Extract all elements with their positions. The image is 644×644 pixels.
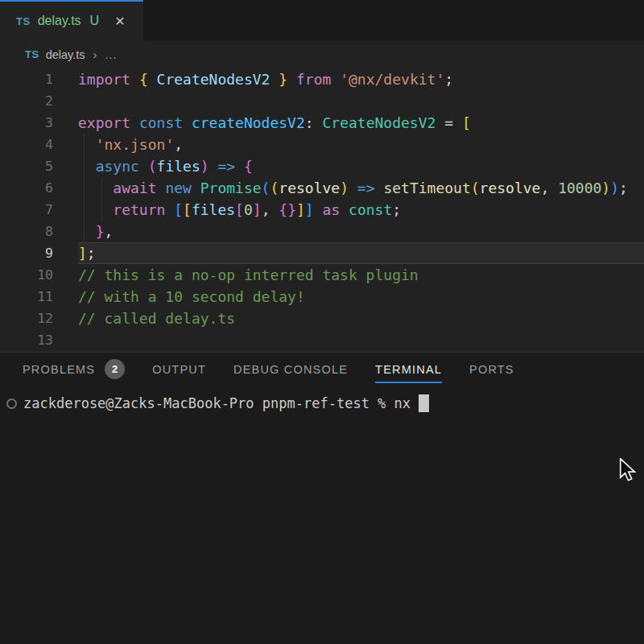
- code-lines: 1import { CreateNodesV2 } from '@nx/devk…: [0, 68, 644, 351]
- panel-tab-ports[interactable]: PORTS: [469, 353, 514, 386]
- typescript-icon: TS: [16, 15, 31, 27]
- code-line[interactable]: 13: [0, 329, 644, 351]
- line-number: 6: [0, 177, 53, 199]
- indent-guide: [84, 155, 85, 177]
- close-icon[interactable]: ✕: [114, 14, 125, 29]
- panel-tab-label: DEBUG CONSOLE: [233, 363, 348, 376]
- code-line[interactable]: 2: [0, 90, 644, 112]
- code-line[interactable]: 7 return [[files[0], {}]] as const;: [0, 199, 644, 221]
- code-line[interactable]: 1import { CreateNodesV2 } from '@nx/devk…: [0, 68, 644, 90]
- code-editor[interactable]: 1import { CreateNodesV2 } from '@nx/devk…: [0, 68, 644, 352]
- panel-tab-bar: PROBLEMS2OUTPUTDEBUG CONSOLETERMINALPORT…: [0, 353, 644, 386]
- panel-tab-output[interactable]: OUTPUT: [152, 353, 206, 386]
- line-content: 'nx.json',: [53, 134, 183, 155]
- panel-tab-label: PROBLEMS: [23, 363, 95, 376]
- code-line[interactable]: 11// with a 10 second delay!: [0, 286, 644, 308]
- code-line[interactable]: 8 },: [0, 221, 644, 242]
- chevron-right-icon: ›: [93, 47, 97, 61]
- code-line[interactable]: 5 async (files) => {: [0, 155, 644, 177]
- vscode-window: TS delay.ts U ✕ TS delay.ts › ... 1impor…: [0, 0, 644, 644]
- line-number: 5: [0, 155, 53, 177]
- git-status-badge: U: [90, 14, 100, 28]
- code-line[interactable]: 9];: [0, 242, 644, 264]
- code-line[interactable]: 6 await new Promise((resolve) => setTime…: [0, 177, 644, 199]
- line-content: [53, 90, 78, 112]
- line-content: // called delay.ts: [53, 308, 235, 329]
- panel-tab-label: PORTS: [469, 363, 514, 376]
- line-number: 10: [0, 264, 53, 286]
- line-content: },: [53, 221, 113, 242]
- terminal-cursor: [419, 394, 429, 412]
- indent-guide: [101, 199, 102, 221]
- problems-count-badge: 2: [105, 359, 125, 379]
- line-content: [53, 329, 78, 351]
- line-number: 2: [0, 90, 53, 112]
- line-content: import { CreateNodesV2 } from '@nx/devki…: [53, 68, 453, 90]
- line-number: 13: [0, 329, 53, 351]
- indent-guide: [84, 221, 85, 242]
- breadcrumb-symbol-ellipsis[interactable]: ...: [105, 48, 118, 61]
- typescript-icon: TS: [25, 48, 39, 60]
- terminal[interactable]: zackderose@Zacks-MacBook-Pro pnpm-ref-te…: [0, 386, 644, 414]
- indent-guide: [101, 177, 102, 199]
- line-number: 12: [0, 308, 53, 329]
- line-content: async (files) => {: [53, 155, 253, 177]
- line-content: export const createNodesV2: CreateNodesV…: [53, 112, 471, 134]
- code-line[interactable]: 3export const createNodesV2: CreateNodes…: [0, 112, 644, 134]
- line-number: 7: [0, 199, 53, 221]
- terminal-prompt-line: zackderose@Zacks-MacBook-Pro pnpm-ref-te…: [0, 393, 644, 414]
- line-number: 8: [0, 221, 53, 242]
- breadcrumb: TS delay.ts › ...: [0, 40, 644, 68]
- indent-guide: [84, 177, 85, 199]
- panel-tab-terminal[interactable]: TERMINAL: [375, 353, 442, 386]
- line-content: // with a 10 second delay!: [53, 286, 305, 308]
- editor-tab-bar: TS delay.ts U ✕: [0, 0, 644, 40]
- tab-delay-ts[interactable]: TS delay.ts U ✕: [0, 0, 143, 40]
- panel-tab-debug-console[interactable]: DEBUG CONSOLE: [233, 353, 348, 386]
- panel-tab-label: OUTPUT: [152, 363, 206, 376]
- panel-tab-label: TERMINAL: [375, 363, 442, 376]
- command-decoration-circle-icon: [6, 398, 17, 409]
- line-number: 4: [0, 134, 53, 155]
- line-number: 3: [0, 112, 53, 134]
- bottom-panel: PROBLEMS2OUTPUTDEBUG CONSOLETERMINALPORT…: [0, 352, 644, 644]
- indent-guide: [84, 199, 85, 221]
- line-number: 9: [0, 242, 53, 264]
- line-content: ];: [53, 242, 96, 264]
- line-number: 1: [0, 68, 53, 90]
- line-content: return [[files[0], {}]] as const;: [53, 199, 401, 221]
- code-line[interactable]: 12// called delay.ts: [0, 308, 644, 329]
- panel-tab-problems[interactable]: PROBLEMS2: [23, 353, 125, 386]
- breadcrumb-file[interactable]: delay.ts: [46, 48, 85, 61]
- code-line[interactable]: 4 'nx.json',: [0, 134, 644, 155]
- code-line[interactable]: 10// this is a no-op interred task plugi…: [0, 264, 644, 286]
- line-number: 11: [0, 286, 53, 308]
- tab-filename: delay.ts: [38, 14, 81, 28]
- line-content: await new Promise((resolve) => setTimeou…: [53, 177, 628, 199]
- terminal-prompt-text: zackderose@Zacks-MacBook-Pro pnpm-ref-te…: [23, 395, 419, 411]
- indent-guide: [84, 134, 85, 155]
- line-content: // this is a no-op interred task plugin: [53, 264, 419, 286]
